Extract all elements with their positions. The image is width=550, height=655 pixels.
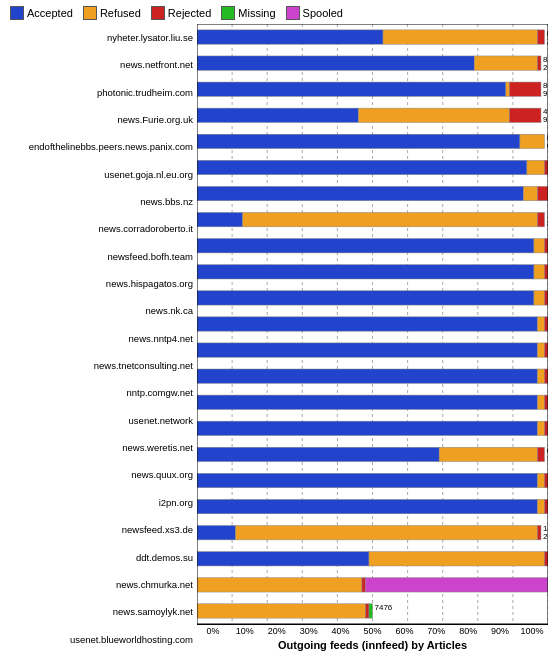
legend-spooled: Spooled	[286, 6, 343, 20]
y-label: usenet.blueworldhosting.com	[70, 634, 193, 645]
y-label: nyheter.lysator.liu.se	[107, 32, 193, 43]
x-tick: 30%	[293, 626, 325, 636]
legend-spooled-box	[286, 6, 300, 20]
x-axis: 0%10%20%30%40%50%60%70%80%90%100%	[197, 624, 548, 636]
x-tick: 90%	[484, 626, 516, 636]
y-label: news.quux.org	[131, 469, 193, 480]
chart-title: Outgoing feeds (innfeed) by Articles	[197, 636, 548, 653]
x-tick: 70%	[420, 626, 452, 636]
y-label: newsfeed.bofh.team	[107, 251, 193, 262]
y-label: news.netfront.net	[120, 59, 193, 70]
x-tick: 80%	[452, 626, 484, 636]
y-label: usenet.goja.nl.eu.org	[104, 169, 193, 180]
legend-missing-box	[221, 6, 235, 20]
legend-missing: Missing	[221, 6, 275, 20]
legend-rejected: Rejected	[151, 6, 211, 20]
y-label: nntp.comgw.net	[126, 387, 193, 398]
legend-refused-label: Refused	[100, 7, 141, 19]
x-tick: 0%	[197, 626, 229, 636]
legend-rejected-box	[151, 6, 165, 20]
legend-missing-label: Missing	[238, 7, 275, 19]
y-label: news.bbs.nz	[140, 196, 193, 207]
y-label: i2pn.org	[159, 497, 193, 508]
legend-accepted-box	[10, 6, 24, 20]
chart-container: Accepted Refused Rejected Missing Spoole…	[0, 0, 550, 655]
y-label: news.corradoroberto.it	[98, 223, 193, 234]
y-label: news.nntp4.net	[129, 333, 193, 344]
bars-area	[197, 24, 548, 624]
legend-accepted-label: Accepted	[27, 7, 73, 19]
y-label: news.hispagatos.org	[106, 278, 193, 289]
x-tick: 40%	[325, 626, 357, 636]
y-label: news.weretis.net	[122, 442, 193, 453]
legend-spooled-label: Spooled	[303, 7, 343, 19]
x-tick: 10%	[229, 626, 261, 636]
y-label: usenet.network	[129, 415, 193, 426]
x-tick: 20%	[261, 626, 293, 636]
y-label: endofthelinebbs.peers.news.panix.com	[29, 141, 193, 152]
x-tick: 100%	[516, 626, 548, 636]
y-label: news.chmurka.net	[116, 579, 193, 590]
y-axis-labels: nyheter.lysator.liu.senews.netfront.netp…	[2, 24, 197, 653]
legend: Accepted Refused Rejected Missing Spoole…	[2, 4, 548, 24]
legend-refused: Refused	[83, 6, 141, 20]
y-label: photonic.trudheim.com	[97, 87, 193, 98]
y-label: newsfeed.xs3.de	[122, 524, 193, 535]
y-label: news.nk.ca	[145, 305, 193, 316]
legend-refused-box	[83, 6, 97, 20]
y-label: news.Furie.org.uk	[117, 114, 193, 125]
legend-rejected-label: Rejected	[168, 7, 211, 19]
y-label: ddt.demos.su	[136, 552, 193, 563]
y-label: news.tnetconsulting.net	[94, 360, 193, 371]
x-tick: 60%	[388, 626, 420, 636]
x-tick: 50%	[357, 626, 389, 636]
y-label: news.samoylyk.net	[113, 606, 193, 617]
legend-accepted: Accepted	[10, 6, 73, 20]
